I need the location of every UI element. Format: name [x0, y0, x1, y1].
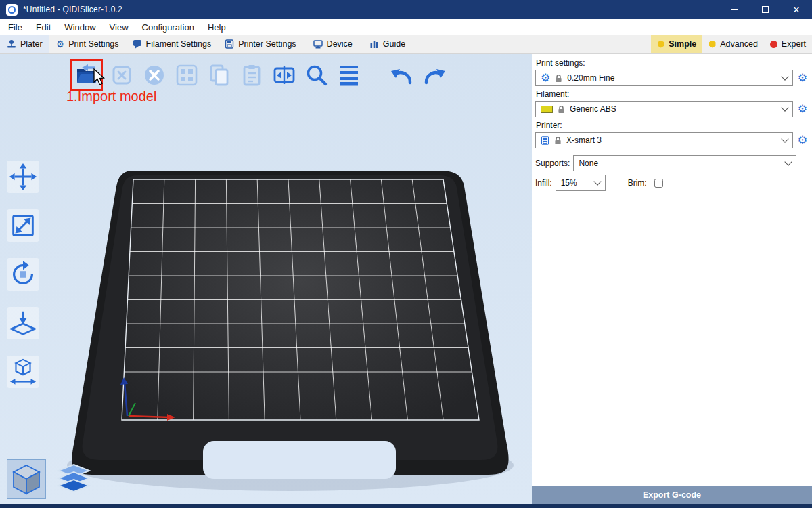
place-on-face-tool-button[interactable] — [7, 307, 39, 339]
tab-print-settings[interactable]: ⚙ Print Settings — [49, 35, 126, 53]
delete-icon — [110, 64, 133, 87]
split-icon — [273, 64, 296, 87]
paste-icon — [240, 64, 263, 87]
search-icon — [304, 63, 329, 87]
window-bottom-edge — [0, 504, 812, 508]
split-button[interactable] — [271, 62, 298, 89]
3d-viewport[interactable]: 1.Import model — [0, 54, 532, 504]
paste-button[interactable] — [238, 62, 265, 89]
brim-checkbox[interactable] — [654, 179, 663, 188]
advanced-mode-icon — [708, 41, 716, 48]
chevron-down-icon — [781, 72, 788, 80]
filament-value: Generic ABS — [570, 104, 777, 114]
redo-button[interactable] — [421, 62, 448, 89]
tab-printer-settings[interactable]: Printer Settings — [218, 35, 302, 53]
mode-simple[interactable]: Simple — [651, 35, 702, 53]
mode-switcher: Simple Advanced Expert — [651, 35, 812, 53]
printer-value: X-smart 3 — [566, 135, 777, 145]
measure-icon — [8, 357, 38, 387]
printer-icon — [541, 136, 549, 145]
minimize-button[interactable] — [719, 0, 750, 19]
undo-button[interactable] — [388, 62, 415, 89]
tab-guide-label: Guide — [383, 39, 405, 49]
measure-tool-button[interactable] — [7, 356, 39, 388]
copy-icon — [208, 64, 231, 87]
layer-height-button[interactable] — [336, 62, 363, 89]
menu-edit[interactable]: Edit — [29, 19, 58, 35]
scale-icon — [8, 211, 38, 240]
chevron-down-icon — [593, 177, 601, 185]
filament-gear-button[interactable]: ⚙ — [796, 104, 809, 114]
app-window: *Untitled - QIDISlicer-1.0.2 ✕ File Edit… — [0, 0, 812, 508]
supports-label: Supports: — [535, 158, 570, 168]
close-button[interactable]: ✕ — [781, 0, 812, 19]
tab-device[interactable]: Device — [307, 35, 359, 53]
arrange-button[interactable] — [173, 62, 200, 89]
copy-button[interactable] — [206, 62, 233, 89]
supports-value: None — [579, 158, 781, 168]
mode-expert-label: Expert — [782, 39, 806, 49]
tab-printer-settings-label: Printer Settings — [238, 39, 296, 49]
layers-view-icon — [56, 463, 91, 494]
lock-icon — [555, 74, 562, 83]
expert-mode-icon — [770, 41, 777, 48]
layers-view-button[interactable] — [54, 459, 93, 499]
chevron-down-icon — [781, 104, 788, 111]
delete-all-icon — [143, 64, 166, 87]
3d-view-button[interactable] — [7, 459, 46, 499]
printer-select[interactable]: X-smart 3 — [535, 132, 793, 148]
menu-help[interactable]: Help — [201, 19, 233, 35]
device-icon — [313, 39, 323, 49]
maximize-button[interactable] — [750, 0, 781, 19]
infill-label: Infill: — [535, 178, 552, 188]
rotate-tool-button[interactable] — [7, 258, 39, 291]
delete-button[interactable] — [108, 62, 135, 89]
scale-tool-button[interactable] — [7, 209, 39, 242]
tab-divider — [361, 39, 361, 49]
menu-window[interactable]: Window — [58, 19, 102, 35]
guide-icon — [369, 39, 379, 49]
menu-configuration[interactable]: Configuration — [135, 19, 201, 35]
mode-expert[interactable]: Expert — [764, 35, 812, 53]
arrange-icon — [175, 64, 198, 87]
mode-advanced[interactable]: Advanced — [702, 35, 764, 53]
printer-gear-button[interactable]: ⚙ — [796, 135, 809, 146]
print-settings-label: Print settings: — [536, 58, 809, 68]
print-settings-gear-button[interactable]: ⚙ — [796, 72, 809, 83]
rotate-icon — [8, 259, 38, 289]
print-profile-value: 0.20mm Fine — [567, 73, 777, 83]
menu-view[interactable]: View — [103, 19, 135, 35]
undo-icon — [390, 64, 414, 87]
infill-value: 15% — [561, 178, 590, 188]
tab-plater[interactable]: Plater — [0, 35, 49, 53]
tab-divider — [304, 39, 305, 49]
delete-all-button[interactable] — [141, 62, 168, 89]
viewport-toolbar — [70, 59, 448, 91]
supports-select[interactable]: None — [573, 155, 796, 171]
window-title: *Untitled - QIDISlicer-1.0.2 — [23, 5, 122, 14]
tab-filament-settings[interactable]: Filament Settings — [126, 35, 219, 53]
close-icon: ✕ — [793, 5, 800, 14]
gear-icon: ⚙ — [541, 72, 550, 83]
infill-select[interactable]: 15% — [556, 175, 606, 191]
print-profile-select[interactable]: ⚙ 0.20mm Fine — [535, 70, 793, 86]
tab-device-label: Device — [327, 39, 353, 49]
printer-label: Printer: — [536, 121, 809, 130]
settings-panel: Print settings: ⚙ 0.20mm Fine ⚙ Filament… — [532, 54, 812, 504]
filament-label: Filament: — [536, 89, 809, 99]
left-toolbar — [7, 161, 39, 388]
menu-file[interactable]: File — [1, 19, 29, 35]
title-bar: *Untitled - QIDISlicer-1.0.2 ✕ — [0, 0, 812, 19]
move-tool-button[interactable] — [7, 161, 39, 193]
tab-bar: Plater ⚙ Print Settings Filament Setting… — [0, 35, 812, 54]
minimize-icon — [731, 9, 738, 10]
tab-guide[interactable]: Guide — [363, 35, 412, 53]
search-button[interactable] — [303, 62, 330, 89]
move-icon — [8, 162, 38, 192]
export-gcode-button[interactable]: Export G-code — [532, 486, 812, 504]
filament-select[interactable]: Generic ABS — [535, 101, 793, 117]
brim-label: Brim: — [628, 178, 647, 188]
mouse-cursor — [92, 68, 107, 86]
menu-bar: File Edit Window View Configuration Help — [0, 19, 812, 35]
maximize-icon — [762, 6, 769, 13]
